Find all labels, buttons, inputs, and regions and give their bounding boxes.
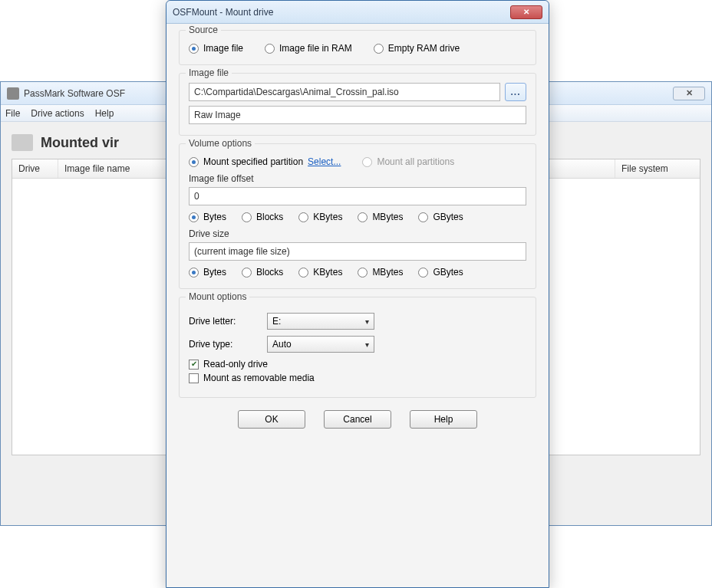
drive-letter-row: Drive letter: E: xyxy=(189,313,526,330)
radio-mount-all: Mount all partitions xyxy=(362,156,454,167)
dialog-body: Source Image file Image file in RAM Empt… xyxy=(166,24,549,439)
radio-dot-icon xyxy=(418,212,428,222)
image-type-input[interactable]: Raw Image xyxy=(189,106,526,124)
ok-button[interactable]: OK xyxy=(238,410,305,429)
drive-type-label: Drive type: xyxy=(189,339,258,350)
removable-label: Mount as removable media xyxy=(203,373,315,383)
image-path-row: C:\Compartida\Descargas\Animal_Crossin_p… xyxy=(189,83,526,101)
drive-type-select[interactable]: Auto xyxy=(267,336,374,353)
removable-checkbox[interactable]: Mount as removable media xyxy=(189,373,526,383)
size-unit-blocks[interactable]: Blocks xyxy=(242,267,283,278)
image-path-input[interactable]: C:\Compartida\Descargas\Animal_Crossin_p… xyxy=(189,83,500,101)
dialog-close-button[interactable]: ✕ xyxy=(510,5,542,19)
size-unit-row: Bytes Blocks KBytes MBytes GBytes xyxy=(189,267,526,278)
main-close-button[interactable]: ✕ xyxy=(673,87,705,100)
checkbox-icon: ✔ xyxy=(189,360,199,370)
dialog-titlebar: OSFMount - Mount drive ✕ xyxy=(166,1,549,24)
col-drive[interactable]: Drive xyxy=(12,159,58,178)
radio-dot-icon xyxy=(189,157,199,167)
radio-mount-specified-label: Mount specified partition xyxy=(203,156,303,167)
source-group-title: Source xyxy=(186,25,221,35)
offset-label: Image file offset xyxy=(189,173,526,184)
radio-empty-ram-label: Empty RAM drive xyxy=(388,43,460,54)
radio-dot-icon xyxy=(298,268,308,278)
radio-dot-icon xyxy=(374,44,384,54)
radio-dot-icon xyxy=(265,44,275,54)
mount-options-group: Mount options Drive letter: E: Drive typ… xyxy=(179,297,536,398)
source-radio-row: Image file Image file in RAM Empty RAM d… xyxy=(189,43,526,54)
offset-unit-gbytes[interactable]: GBytes xyxy=(418,212,463,222)
offset-unit-blocks[interactable]: Blocks xyxy=(242,212,283,222)
radio-dot-icon xyxy=(242,212,252,222)
col-file-system[interactable]: File system xyxy=(615,159,700,178)
radio-empty-ram[interactable]: Empty RAM drive xyxy=(374,43,460,54)
offset-input[interactable]: 0 xyxy=(189,187,526,205)
image-file-group: Image file C:\Compartida\Descargas\Anima… xyxy=(179,73,536,136)
radio-image-file[interactable]: Image file xyxy=(189,43,243,54)
radio-dot-icon xyxy=(358,212,368,222)
size-unit-kbytes[interactable]: KBytes xyxy=(298,267,342,278)
radio-dot-icon xyxy=(189,268,199,278)
menu-help[interactable]: Help xyxy=(95,108,114,119)
read-only-label: Read-only drive xyxy=(203,359,268,370)
dialog-title: OSFMount - Mount drive xyxy=(173,7,510,18)
help-button[interactable]: Help xyxy=(410,410,477,429)
size-unit-bytes[interactable]: Bytes xyxy=(189,267,226,278)
radio-dot-icon xyxy=(418,268,428,278)
radio-dot-icon xyxy=(362,157,372,167)
volume-options-title: Volume options xyxy=(186,138,255,149)
drive-size-input[interactable]: (current image file size) xyxy=(189,242,526,261)
offset-unit-bytes[interactable]: Bytes xyxy=(189,212,226,222)
size-unit-gbytes[interactable]: GBytes xyxy=(418,267,463,278)
radio-mount-specified[interactable]: Mount specified partition xyxy=(189,156,303,167)
radio-image-file-ram-label: Image file in RAM xyxy=(279,43,352,54)
menu-drive-actions[interactable]: Drive actions xyxy=(31,108,84,119)
volume-options-group: Volume options Mount specified partition… xyxy=(179,143,536,289)
radio-mount-all-label: Mount all partitions xyxy=(377,156,454,167)
radio-image-file-label: Image file xyxy=(203,43,243,54)
image-file-group-title: Image file xyxy=(186,67,232,78)
radio-dot-icon xyxy=(298,212,308,222)
mount-drive-dialog: OSFMount - Mount drive ✕ Source Image fi… xyxy=(166,0,549,588)
mount-options-title: Mount options xyxy=(186,291,249,302)
radio-dot-icon xyxy=(358,268,368,278)
select-partition-link[interactable]: Select... xyxy=(308,156,341,167)
checkbox-icon xyxy=(189,373,199,383)
offset-unit-row: Bytes Blocks KBytes MBytes GBytes xyxy=(189,212,526,222)
offset-unit-mbytes[interactable]: MBytes xyxy=(358,212,403,222)
app-icon xyxy=(7,87,19,100)
dialog-button-row: OK Cancel Help xyxy=(179,410,536,429)
main-heading-text: Mounted vir xyxy=(41,135,119,151)
harddrive-icon xyxy=(12,134,33,151)
read-only-checkbox[interactable]: ✔ Read-only drive xyxy=(189,359,526,370)
size-unit-mbytes[interactable]: MBytes xyxy=(358,267,403,278)
radio-dot-icon xyxy=(189,44,199,54)
radio-dot-icon xyxy=(189,212,199,222)
drive-size-label: Drive size xyxy=(189,228,526,239)
partition-mode-row: Mount specified partition Select... Moun… xyxy=(189,156,526,167)
drive-letter-label: Drive letter: xyxy=(189,316,258,327)
cancel-button[interactable]: Cancel xyxy=(324,410,391,429)
menu-file[interactable]: File xyxy=(5,108,20,119)
offset-unit-kbytes[interactable]: KBytes xyxy=(298,212,342,222)
browse-button[interactable]: ... xyxy=(505,83,526,101)
radio-dot-icon xyxy=(242,268,252,278)
radio-image-file-ram[interactable]: Image file in RAM xyxy=(265,43,352,54)
drive-type-row: Drive type: Auto xyxy=(189,336,526,353)
source-group: Source Image file Image file in RAM Empt… xyxy=(179,30,536,65)
drive-letter-select[interactable]: E: xyxy=(267,313,374,330)
